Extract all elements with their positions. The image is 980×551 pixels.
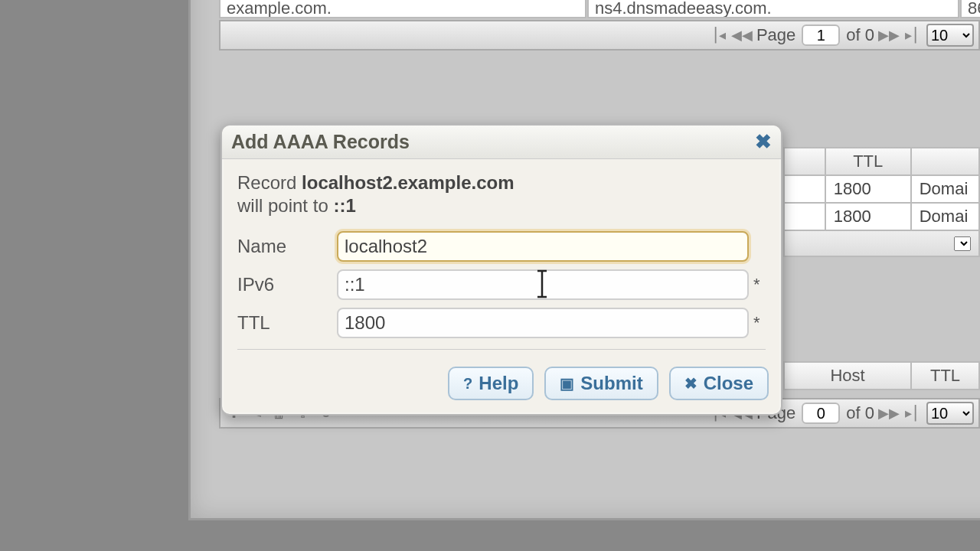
page-of-label: of 0: [846, 403, 874, 423]
bg-cell-num: 86: [960, 0, 980, 18]
submit-button[interactable]: ▣ Submit: [544, 367, 658, 400]
submit-button-label: Submit: [580, 373, 642, 394]
table-row[interactable]: 1800 Domai: [784, 203, 979, 230]
help-icon: ?: [463, 375, 472, 393]
ttl-label: TTL: [237, 312, 337, 334]
pager-bar-upper: ⎮◂ ◀◀ Page of 0 ▶▶ ▸⎮ 10: [219, 20, 980, 51]
bg-th-ttl[interactable]: TTL: [825, 148, 911, 175]
dialog-button-row: ? Help ▣ Submit ✖ Close: [222, 356, 781, 414]
bg-cell-domain: example.com.: [219, 0, 586, 18]
page-label: Page: [756, 25, 795, 45]
page-size-select[interactable]: 10: [926, 402, 974, 425]
bg-th-blank2[interactable]: [911, 148, 979, 175]
ttl-input[interactable]: [337, 308, 749, 338]
name-input[interactable]: [337, 231, 749, 262]
last-page-icon[interactable]: ▸⎮: [903, 405, 920, 422]
table-row[interactable]: 1800 Domai: [784, 175, 979, 203]
bg-right-table: TTL 1800 Domai 1800 Domai: [783, 147, 980, 257]
bg-cell-ns: ns4.dnsmadeeasy.com.: [587, 0, 959, 18]
close-button-label: Close: [704, 373, 753, 394]
next-page-icon[interactable]: ▶▶: [880, 27, 897, 44]
first-page-icon[interactable]: ⎮◂: [710, 27, 727, 44]
required-marker: *: [753, 313, 766, 333]
record-preview-text: Record localhost2.example.com will point…: [237, 171, 766, 217]
next-page-icon[interactable]: ▶▶: [880, 405, 897, 422]
prev-page-icon[interactable]: ◀◀: [733, 27, 750, 44]
required-marker: *: [753, 275, 766, 295]
bg-th-blank[interactable]: [784, 148, 825, 175]
last-page-icon[interactable]: ▸⎮: [903, 27, 920, 44]
bg-th-host[interactable]: Host: [784, 362, 911, 390]
ipv6-input[interactable]: [337, 269, 749, 300]
page-of-label: of 0: [846, 25, 874, 45]
name-label: Name: [237, 236, 337, 257]
ipv6-label: IPv6: [237, 274, 337, 295]
close-button[interactable]: ✖ Close: [669, 367, 769, 400]
help-button-label: Help: [479, 373, 518, 394]
save-icon: ▣: [560, 374, 574, 393]
page-number-input[interactable]: [802, 24, 840, 46]
dialog-titlebar[interactable]: Add AAAA Records ✖: [222, 126, 781, 159]
bg-lower-headers: Host TTL: [783, 361, 980, 390]
page-number-input[interactable]: [802, 403, 840, 424]
dialog-title-text: Add AAAA Records: [231, 131, 410, 153]
close-icon[interactable]: ✖: [755, 130, 772, 154]
add-aaaa-records-dialog: Add AAAA Records ✖ Record localhost2.exa…: [220, 124, 782, 416]
help-button[interactable]: ? Help: [448, 367, 534, 400]
close-x-icon: ✖: [684, 374, 697, 393]
page-size-select[interactable]: 10: [926, 24, 974, 47]
bg-th-ttl2[interactable]: TTL: [911, 362, 979, 390]
bg-right-select[interactable]: [954, 236, 971, 251]
